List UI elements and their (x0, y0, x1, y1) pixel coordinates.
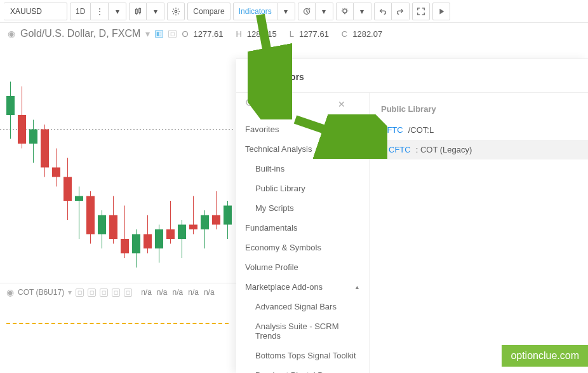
svg-rect-0 (136, 9, 138, 13)
mini-icon[interactable]: ◻ (76, 288, 84, 297)
category-item[interactable]: Public Library (236, 179, 369, 198)
category-item[interactable]: Bottoms Tops Signal Toolkit (236, 346, 369, 365)
fullscreen-icon[interactable] (412, 3, 430, 20)
category-item[interactable]: Built-ins (236, 159, 369, 179)
svg-rect-47 (212, 215, 220, 225)
chart-header: ◉ Gold/U.S. Dollar, D, FXCM ▾ ◧ ◻ O1277.… (0, 23, 588, 42)
category-item[interactable]: Technical Analysis▲ (236, 139, 369, 159)
mini-icon[interactable]: ◻ (100, 288, 108, 297)
svg-rect-37 (155, 229, 163, 248)
svg-rect-35 (144, 234, 152, 249)
indicators-button[interactable]: Indicators (233, 3, 277, 20)
visibility-icon[interactable]: ◉ (8, 29, 15, 39)
svg-rect-17 (41, 130, 49, 168)
redo-icon[interactable] (392, 3, 410, 20)
symbol-input[interactable]: XAUUSD (4, 3, 67, 20)
svg-rect-15 (29, 130, 37, 144)
svg-point-8 (343, 9, 347, 13)
play-icon[interactable] (432, 3, 450, 20)
svg-rect-33 (132, 234, 140, 254)
popup-title: Indicators (236, 59, 588, 92)
svg-point-6 (175, 10, 178, 13)
category-item[interactable]: Economy & Symbols (236, 238, 369, 257)
svg-rect-19 (52, 168, 60, 177)
compare-button[interactable]: Compare (187, 3, 230, 20)
svg-rect-45 (201, 215, 209, 230)
search-input[interactable] (262, 99, 338, 109)
cot-values: n/an/an/an/an/a (136, 288, 214, 297)
svg-rect-27 (98, 215, 106, 234)
settings-icon[interactable] (167, 3, 185, 20)
svg-rect-13 (18, 115, 26, 144)
svg-rect-21 (63, 177, 72, 201)
svg-rect-29 (109, 215, 117, 240)
category-item[interactable]: Favorites (236, 119, 369, 139)
category-item[interactable]: Analysis Suite - SCRM Trends (236, 316, 369, 346)
interval-button[interactable]: 1D (70, 3, 91, 20)
mini-icon[interactable]: ◧ (155, 30, 163, 38)
top-toolbar: XAUUSD 1D ⋮ ▾ ▾ Compare Indicators ▾ ▾ ▾ (0, 0, 588, 23)
category-item[interactable]: My Scripts (236, 198, 369, 218)
result-item[interactable]: CFTC/COT:L (370, 120, 588, 140)
visibility-icon[interactable]: ◉ (6, 287, 14, 297)
svg-point-50 (246, 99, 253, 105)
category-item[interactable]: Marketplace Add-ons▲ (236, 277, 369, 297)
bulb-caret-icon[interactable]: ▾ (354, 3, 371, 20)
result-item[interactable]: ★CFTC: COT (Legacy) (370, 140, 588, 159)
svg-rect-43 (189, 225, 197, 230)
svg-rect-23 (75, 196, 83, 201)
results-heading: Public Library (370, 102, 588, 120)
clear-icon[interactable]: ✕ (338, 99, 345, 109)
candles-icon[interactable] (129, 3, 147, 20)
alert-icon[interactable] (298, 3, 316, 20)
mini-icon[interactable]: ◻ (124, 288, 132, 297)
interval-more-icon[interactable]: ⋮ (91, 3, 109, 20)
svg-rect-41 (178, 225, 186, 240)
chart-style-caret-icon[interactable]: ▾ (147, 3, 164, 20)
category-item[interactable]: Breakout Pivotal Bars Tool… (236, 365, 369, 373)
cot-label: COT (B6U17) (18, 288, 64, 297)
category-item[interactable]: Volume Profile (236, 257, 369, 277)
category-item[interactable]: Advanced Signal Bars (236, 297, 369, 316)
results-column: Public Library CFTC/COT:L★CFTC: COT (Leg… (370, 93, 588, 373)
svg-rect-25 (86, 196, 95, 234)
mini-icon[interactable]: ◻ (168, 30, 177, 38)
svg-rect-31 (121, 239, 129, 254)
svg-rect-11 (6, 96, 15, 115)
svg-rect-3 (139, 8, 141, 12)
svg-line-51 (252, 105, 255, 107)
svg-rect-49 (224, 206, 232, 225)
watermark: optionclue.com (502, 345, 588, 367)
bulb-icon[interactable] (336, 3, 354, 20)
star-icon[interactable]: ★ (376, 145, 384, 154)
svg-rect-39 (166, 229, 175, 239)
undo-icon[interactable] (374, 3, 392, 20)
search-icon (245, 98, 255, 111)
chart-title: Gold/U.S. Dollar, D, FXCM (20, 28, 140, 39)
category-item[interactable]: Fundamentals (236, 218, 369, 238)
interval-caret-icon[interactable]: ▾ (109, 3, 126, 20)
ohlc-values: O1277.61 H1284.15 L1277.61 C1282.07 (182, 29, 392, 39)
indicators-popup: Indicators ✕ FavoritesTechnical Analysis… (236, 58, 588, 373)
mini-icon[interactable]: ◻ (88, 288, 96, 297)
mini-icon[interactable]: ◻ (112, 288, 120, 297)
indicators-caret-icon[interactable]: ▾ (277, 3, 295, 20)
alert-caret-icon[interactable]: ▾ (316, 3, 333, 20)
popup-sidebar: ✕ FavoritesTechnical Analysis▲Built-insP… (236, 93, 370, 373)
